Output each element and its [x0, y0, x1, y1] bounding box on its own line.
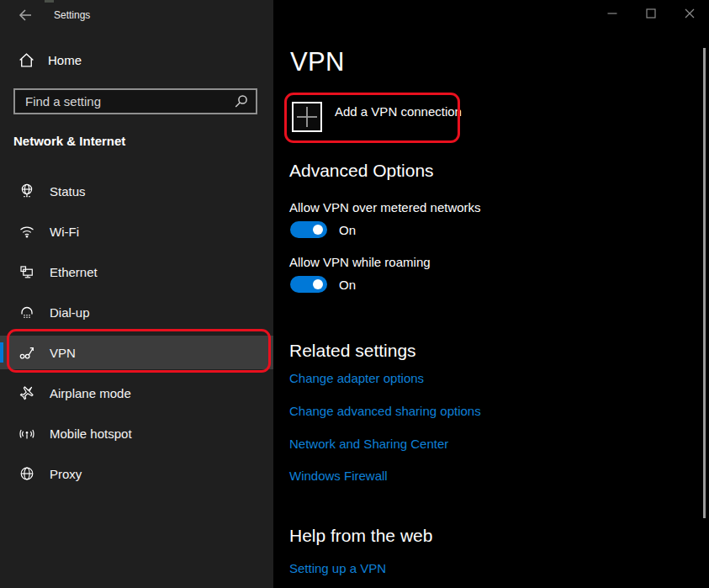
sidebar: Settings Home Find a setting Network & I… [0, 0, 273, 588]
search-input[interactable]: Find a setting [13, 88, 257, 114]
sidebar-item-wifi[interactable]: Wi-Fi [0, 215, 273, 248]
close-icon [685, 8, 695, 19]
sidebar-item-home[interactable]: Home [18, 51, 82, 69]
toggle-row-roaming: On [290, 276, 356, 293]
minimize-button[interactable] [593, 0, 632, 26]
mobile-hotspot-icon [19, 425, 35, 442]
sidebar-item-ethernet[interactable]: Ethernet [0, 255, 273, 289]
sidebar-item-dialup[interactable]: Dial-up [0, 295, 273, 329]
vertical-scrollbar[interactable] [703, 48, 706, 518]
window-title: Settings [54, 9, 90, 21]
sidebar-nav: Status Wi-Fi Ethernet Dial-up VPN [0, 174, 273, 490]
toggle-label-metered: Allow VPN over metered networks [289, 200, 481, 215]
toggle-knob [313, 225, 323, 235]
search-icon [234, 94, 248, 109]
status-icon [19, 183, 35, 199]
toggle-state-metered: On [339, 223, 356, 237]
sidebar-item-mobile-hotspot[interactable]: Mobile hotspot [0, 416, 273, 450]
minimize-icon [607, 8, 617, 19]
dialup-icon [19, 304, 35, 320]
related-settings-heading: Related settings [289, 341, 416, 361]
toggle-knob [313, 279, 323, 289]
sidebar-item-vpn[interactable]: VPN [0, 336, 273, 369]
sidebar-item-status[interactable]: Status [0, 174, 273, 208]
link-setting-up-a-vpn[interactable]: Setting up a VPN [289, 561, 386, 575]
add-vpn-connection-label: Add a VPN connection [335, 104, 462, 119]
add-vpn-connection-button[interactable]: Add a VPN connection [292, 102, 462, 132]
toggle-state-roaming: On [339, 278, 356, 292]
advanced-options-heading: Advanced Options [289, 161, 434, 181]
back-button[interactable] [15, 7, 35, 24]
main-panel [273, 0, 709, 588]
toggle-row-metered: On [290, 221, 356, 238]
link-windows-firewall[interactable]: Windows Firewall [289, 469, 388, 483]
maximize-icon [646, 8, 656, 19]
vpn-icon [19, 344, 35, 361]
metered-networks-toggle[interactable] [290, 221, 327, 238]
link-change-advanced-sharing-options[interactable]: Change advanced sharing options [289, 404, 481, 418]
wifi-icon [19, 223, 35, 240]
page-title: VPN [290, 47, 345, 77]
link-change-adapter-options[interactable]: Change adapter options [289, 371, 424, 385]
proxy-icon [19, 465, 35, 482]
toggle-label-roaming: Allow VPN while roaming [289, 255, 431, 269]
search-placeholder: Find a setting [25, 94, 234, 109]
ethernet-icon [19, 263, 35, 280]
airplane-icon [19, 384, 35, 401]
home-icon [18, 51, 35, 69]
roaming-toggle[interactable] [290, 276, 327, 293]
close-button[interactable] [670, 0, 709, 26]
sidebar-item-airplane-mode[interactable]: Airplane mode [0, 376, 273, 410]
selected-accent-bar [0, 342, 3, 363]
link-network-and-sharing-center[interactable]: Network and Sharing Center [289, 437, 448, 451]
clipped-window-icon [45, 0, 54, 3]
sidebar-item-proxy[interactable]: Proxy [0, 457, 273, 490]
back-arrow-icon [18, 8, 33, 22]
section-header: Network & Internet [13, 134, 125, 148]
maximize-button[interactable] [632, 0, 670, 26]
plus-icon [292, 102, 322, 132]
window-controls [593, 0, 709, 26]
help-from-web-heading: Help from the web [289, 526, 432, 546]
sidebar-home-label: Home [48, 53, 82, 67]
